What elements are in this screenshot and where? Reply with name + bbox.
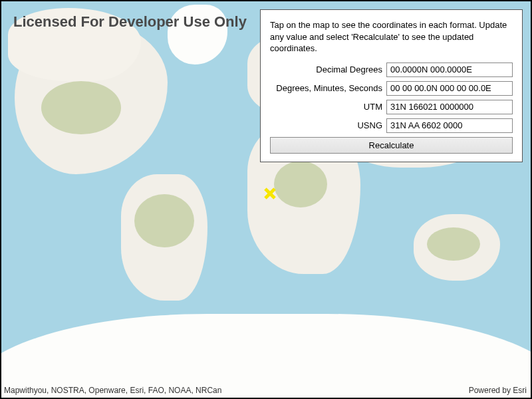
- label-utm: UTM: [270, 102, 386, 112]
- landmass: [168, 5, 227, 65]
- recalculate-button[interactable]: Recalculate: [270, 137, 513, 154]
- row-utm: UTM: [270, 100, 513, 114]
- row-decimal-degrees: Decimal Degrees: [270, 63, 513, 77]
- vegetation: [274, 161, 327, 207]
- label-usng: USNG: [270, 120, 386, 130]
- coordinates-panel: Tap on the map to see the coordinates in…: [260, 9, 523, 162]
- vegetation: [427, 227, 480, 261]
- row-dms: Degrees, Minutes, Seconds: [270, 81, 513, 96]
- input-decimal-degrees[interactable]: [386, 63, 513, 77]
- label-dms: Degrees, Minutes, Seconds: [270, 83, 386, 93]
- landmass: [8, 8, 141, 81]
- attribution-right: Powered by Esri: [469, 386, 527, 395]
- vegetation: [41, 81, 121, 134]
- input-usng[interactable]: [386, 118, 513, 133]
- vegetation: [134, 194, 194, 247]
- label-decimal-degrees: Decimal Degrees: [270, 65, 386, 74]
- map-container[interactable]: Licensed For Developer Use Only Tap on t…: [0, 0, 532, 399]
- panel-instructions: Tap on the map to see the coordinates in…: [270, 19, 513, 55]
- attribution-left: Mapwithyou, NOSTRA, Openware, Esri, FAO,…: [4, 386, 221, 395]
- input-dms[interactable]: [386, 81, 513, 96]
- row-usng: USNG: [270, 118, 513, 133]
- input-utm[interactable]: [386, 100, 513, 114]
